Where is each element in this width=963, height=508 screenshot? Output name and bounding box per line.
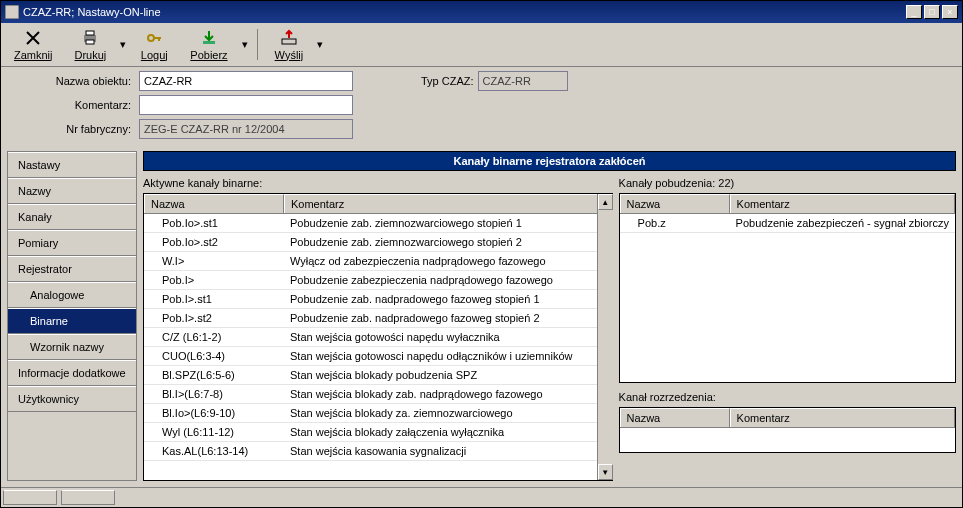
nav-użytkownicy[interactable]: Użytkownicy: [8, 386, 136, 412]
key-icon: [145, 29, 163, 47]
scroll-down-button[interactable]: ▼: [598, 464, 613, 480]
nav-informacje-dodatkowe[interactable]: Informacje dodatkowe: [8, 360, 136, 386]
table-row[interactable]: Kas.AL(L6:13-14)Stan wejścia kasowania s…: [144, 442, 613, 461]
table-row[interactable]: Bl.SPZ(L6:5-6)Stan wejścia blokady pobud…: [144, 366, 613, 385]
table-row[interactable]: CUO(L6:3-4)Stan wejścia gotowosci napędu…: [144, 347, 613, 366]
close-icon: [24, 29, 42, 47]
col-nazwa-r[interactable]: Nazwa: [620, 194, 730, 213]
komentarz-input[interactable]: [139, 95, 353, 115]
rozrzedzenia-label: Kanał rozrzedzenia:: [619, 389, 956, 407]
print-button[interactable]: Drukuj: [64, 25, 118, 64]
app-window: CZAZ-RR; Nastawy-ON-line _ □ × Zamknij D…: [0, 0, 963, 508]
close-button[interactable]: Zamknij: [3, 25, 64, 64]
login-button[interactable]: Loguj: [129, 25, 179, 64]
nav-pomiary[interactable]: Pomiary: [8, 230, 136, 256]
table-row[interactable]: Pob.zPobudzenie zabezpieczeń - sygnał zb…: [620, 214, 955, 233]
send-icon: [280, 29, 298, 47]
nav-analogowe[interactable]: Analogowe: [8, 282, 136, 308]
minimize-button[interactable]: _: [906, 5, 922, 19]
active-channels-label: Aktywne kanały binarne:: [143, 175, 613, 193]
print-dropdown[interactable]: ▾: [117, 25, 129, 64]
app-icon: [5, 5, 19, 19]
table-row[interactable]: Wyl (L6:11-12)Stan wejścia blokady załąc…: [144, 423, 613, 442]
table-row[interactable]: Pob.I>Pobudzenie zabezpieczenia nadprądo…: [144, 271, 613, 290]
svg-rect-1: [86, 31, 94, 35]
print-icon: [81, 29, 99, 47]
table-row[interactable]: Pob.I>.st2Pobudzenie zab. nadpradowego f…: [144, 309, 613, 328]
nav-nazwy[interactable]: Nazwy: [8, 178, 136, 204]
table-row[interactable]: W.I>Wyłącz od zabezpieczenia nadprądoweg…: [144, 252, 613, 271]
svg-rect-4: [203, 41, 215, 44]
svg-point-3: [148, 35, 154, 41]
table-row[interactable]: C/Z (L6:1-2)Stan wejścia gotowości napęd…: [144, 328, 613, 347]
toolbar: Zamknij Drukuj ▾ Loguj Pobierz ▾ Wyślij …: [1, 23, 962, 67]
table-row[interactable]: Bl.I>(L6:7-8)Stan wejścia blokady zab. n…: [144, 385, 613, 404]
table-row[interactable]: Bl.Io>(L6:9-10)Stan wejścia blokady za. …: [144, 404, 613, 423]
content-header: Kanały binarne rejestratora zakłóceń: [143, 151, 956, 171]
svg-rect-5: [282, 39, 296, 44]
close-window-button[interactable]: ×: [942, 5, 958, 19]
send-button[interactable]: Wyślij: [264, 25, 315, 64]
col-komentarz-roz[interactable]: Komentarz: [730, 408, 955, 427]
scrollbar[interactable]: ▲ ▼: [597, 194, 613, 480]
rozrzedzenia-table[interactable]: Nazwa Komentarz: [619, 407, 956, 453]
table-row[interactable]: Pob.Io>.st2Pobudzenie zab. ziemnozwarcio…: [144, 233, 613, 252]
table-row[interactable]: Pob.Io>.st1Pobudzenie zab. ziemnozwarcio…: [144, 214, 613, 233]
download-button[interactable]: Pobierz: [179, 25, 238, 64]
komentarz-label: Komentarz:: [31, 99, 131, 111]
nav-rejestrator[interactable]: Rejestrator: [8, 256, 136, 282]
scroll-up-button[interactable]: ▲: [598, 194, 613, 210]
download-dropdown[interactable]: ▾: [239, 25, 251, 64]
typ-czaz-input: [478, 71, 568, 91]
col-nazwa-roz[interactable]: Nazwa: [620, 408, 730, 427]
nav-binarne[interactable]: Binarne: [8, 308, 136, 334]
nazwa-obiektu-input[interactable]: [139, 71, 353, 91]
col-komentarz-r[interactable]: Komentarz: [730, 194, 955, 213]
svg-rect-2: [86, 40, 94, 44]
window-title: CZAZ-RR; Nastawy-ON-line: [23, 6, 161, 18]
table-row[interactable]: Pob.I>.st1Pobudzenie zab. nadpradowego f…: [144, 290, 613, 309]
trigger-channels-label: Kanały pobudzenia: 22): [619, 175, 956, 193]
sidebar: NastawyNazwyKanałyPomiaryRejestratorAnal…: [7, 151, 137, 481]
statusbar: [1, 487, 962, 507]
active-channels-table[interactable]: Nazwa Komentarz Pob.Io>.st1Pobudzenie za…: [143, 193, 613, 481]
send-dropdown[interactable]: ▾: [314, 25, 326, 64]
download-icon: [200, 29, 218, 47]
nav-wzornik-nazwy[interactable]: Wzornik nazwy: [8, 334, 136, 360]
nr-fabryczny-input: [139, 119, 353, 139]
nav-kanały[interactable]: Kanały: [8, 204, 136, 230]
trigger-channels-table[interactable]: Nazwa Komentarz Pob.zPobudzenie zabezpie…: [619, 193, 956, 383]
col-komentarz[interactable]: Komentarz: [284, 194, 613, 213]
titlebar[interactable]: CZAZ-RR; Nastawy-ON-line _ □ ×: [1, 1, 962, 23]
maximize-button[interactable]: □: [924, 5, 940, 19]
nav-nastawy[interactable]: Nastawy: [8, 152, 136, 178]
nazwa-obiektu-label: Nazwa obiektu:: [31, 75, 131, 87]
col-nazwa[interactable]: Nazwa: [144, 194, 284, 213]
nr-fabryczny-label: Nr fabryczny:: [31, 123, 131, 135]
typ-czaz-label: Typ CZAZ:: [421, 75, 474, 87]
